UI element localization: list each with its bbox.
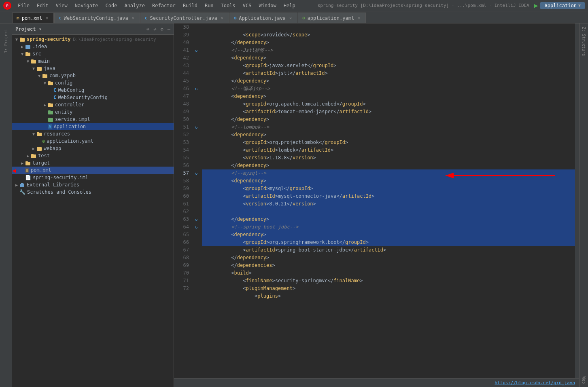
- tree-item-config[interactable]: ▼ config: [12, 79, 174, 87]
- code-gutter: ↻ ↻ ↻ ↻: [192, 23, 200, 378]
- idea-folder-icon: [25, 44, 31, 49]
- dropdown-arrow-icon: ▼: [578, 3, 581, 8]
- tab-pom-xml[interactable]: m pom.xml ✕: [12, 13, 54, 23]
- svg-rect-7: [25, 52, 28, 53]
- main-layout: 1: Project Project ▾ ⊕ ⇌ ⚙ — ▼ spring-se…: [0, 23, 588, 387]
- svg-rect-11: [37, 67, 39, 68]
- tab-close-pom[interactable]: ✕: [45, 15, 49, 21]
- menu-window[interactable]: Window: [255, 2, 279, 9]
- tree-item-resources[interactable]: ▼ resources: [12, 130, 174, 137]
- menu-view[interactable]: View: [53, 2, 71, 9]
- menu-run[interactable]: Run: [202, 2, 217, 9]
- tree-item-idea[interactable]: ▶ .idea: [12, 43, 174, 50]
- tree-item-src[interactable]: ▼ src: [12, 50, 174, 57]
- status-url[interactable]: https://blog.csdn.net/grd_java: [495, 380, 575, 385]
- gutter-40: [192, 39, 200, 47]
- gutter-56: [192, 162, 200, 169]
- arrow-icon: ▼: [25, 59, 31, 63]
- menu-code[interactable]: Code: [102, 2, 121, 9]
- code-container[interactable]: 38 39 40 41 42 43 44 45 46 47 48 49 50 5…: [174, 23, 579, 378]
- test-folder-icon: [31, 153, 36, 159]
- pom-label: pom.xml: [31, 167, 51, 173]
- line-num-61: 61: [174, 200, 189, 208]
- line-num-50: 50: [174, 116, 189, 123]
- line-num-46: 46: [174, 85, 189, 93]
- scroll-bar[interactable]: [575, 23, 579, 378]
- tree-item-application[interactable]: ▶ A Application: [12, 123, 174, 130]
- appyaml-label: application.yaml: [47, 138, 93, 144]
- tree-item-iml[interactable]: ▶ 📄 spring-security.iml: [12, 174, 174, 181]
- tree-item-main[interactable]: ▼ main: [12, 57, 174, 65]
- tree-item-com-yzpnb[interactable]: ▼ com.yzpnb: [12, 72, 174, 79]
- tab-application[interactable]: ⚙ Application.java ✕: [229, 13, 297, 23]
- tree-item-controller[interactable]: ▶ controller: [12, 101, 174, 108]
- project-tree: ▼ spring-security D:\IdeaProjects\spring…: [12, 35, 174, 387]
- gutter-60: [192, 192, 200, 200]
- tree-item-websecurityconfig[interactable]: ▶ C WebSecurityConfig: [12, 94, 174, 101]
- tree-item-root[interactable]: ▼ spring-security D:\IdeaProjects\spring…: [12, 36, 174, 43]
- svg-rect-12: [42, 74, 47, 78]
- tree-item-test[interactable]: ▶ test: [12, 152, 174, 159]
- menu-edit[interactable]: Edit: [34, 2, 52, 9]
- tree-item-webconfig[interactable]: ▶ C WebConfig: [12, 87, 174, 94]
- tab-security-controller[interactable]: c SecurityController.java ✕: [140, 13, 229, 23]
- tab-close-websecurity[interactable]: ✕: [131, 15, 136, 21]
- tree-item-appyaml[interactable]: ▶ ⚙ application.yaml: [12, 137, 174, 145]
- tree-item-webapp[interactable]: ▶ webapp: [12, 145, 174, 152]
- tree-item-entity[interactable]: ▶ entity: [12, 108, 174, 116]
- tab-websecurity-label: WebSecurityConfig.java: [64, 15, 128, 21]
- tree-item-ext-libs[interactable]: ▶ External Libraries: [12, 181, 174, 188]
- svg-text:P: P: [6, 4, 8, 8]
- line-num-66: 66: [174, 239, 189, 246]
- run-configuration-button[interactable]: Application ▼: [540, 2, 585, 9]
- tree-item-target[interactable]: ▶ target: [12, 159, 174, 167]
- menu-analyze[interactable]: Analyze: [121, 2, 148, 9]
- svg-rect-8: [31, 60, 36, 63]
- project-equalize-icon[interactable]: ⇌: [153, 26, 156, 32]
- tree-item-pom[interactable]: ▶ m pom.xml ◀: [12, 167, 174, 174]
- menu-help[interactable]: Help: [280, 2, 299, 9]
- tab-appyaml[interactable]: ⚙ application.yaml ✕: [298, 13, 366, 23]
- src-label: src: [32, 51, 41, 57]
- app-config-label: Application: [544, 3, 576, 8]
- project-folder-icon: [19, 36, 25, 42]
- project-settings-icon[interactable]: ⚙: [161, 26, 163, 32]
- tab-websecurity[interactable]: c WebSecurityConfig.java ✕: [54, 13, 140, 23]
- gutter-57: ↻: [192, 169, 200, 177]
- project-minimize-icon[interactable]: —: [168, 26, 170, 32]
- line-num-43: 43: [174, 62, 189, 70]
- gutter-38: [192, 23, 200, 31]
- svg-rect-26: [31, 154, 36, 158]
- pkg-label: com.yzpnb: [49, 73, 76, 78]
- gutter-68: [192, 254, 200, 262]
- svg-rect-14: [48, 82, 53, 85]
- structure-panel-label[interactable]: Z: Structure: [582, 23, 586, 59]
- project-panel-label[interactable]: 1: Project: [4, 25, 8, 56]
- line-num-65: 65: [174, 231, 189, 239]
- menu-build[interactable]: Build: [180, 2, 201, 9]
- tab-close-appyaml[interactable]: ✕: [357, 15, 361, 21]
- project-new-window-icon[interactable]: ⊕: [146, 26, 149, 32]
- line-num-59: 59: [174, 185, 189, 192]
- menu-vcs[interactable]: VCS: [240, 2, 255, 9]
- test-label: test: [38, 153, 50, 159]
- web-panel-label[interactable]: Web: [582, 373, 586, 387]
- code-body[interactable]: <scope>provided</scope> </dependency> <!…: [200, 23, 575, 378]
- application-label: Application: [54, 124, 86, 129]
- arrow-icon: ▶: [19, 161, 25, 165]
- menu-navigate[interactable]: Navigate: [72, 2, 102, 9]
- svg-rect-4: [25, 45, 30, 49]
- menu-refactor[interactable]: Refactor: [149, 2, 179, 9]
- svg-rect-22: [37, 133, 42, 136]
- tab-close-application[interactable]: ✕: [288, 15, 293, 21]
- gutter-62: [192, 208, 200, 216]
- websecurityconfig-label: WebSecurityConfig: [58, 95, 108, 100]
- websecurityconfig-class-icon: C: [53, 95, 56, 100]
- tree-item-java[interactable]: ▼ java: [12, 65, 174, 72]
- menu-tools[interactable]: Tools: [218, 2, 239, 9]
- tab-close-security[interactable]: ✕: [220, 15, 225, 21]
- tree-item-serviceimpl[interactable]: ▶ service.impl: [12, 116, 174, 123]
- menu-file[interactable]: File: [15, 2, 33, 9]
- run-icon: ▶: [534, 2, 538, 9]
- tree-item-scratches[interactable]: ▶ 🔧 Scratches and Consoles: [12, 188, 174, 196]
